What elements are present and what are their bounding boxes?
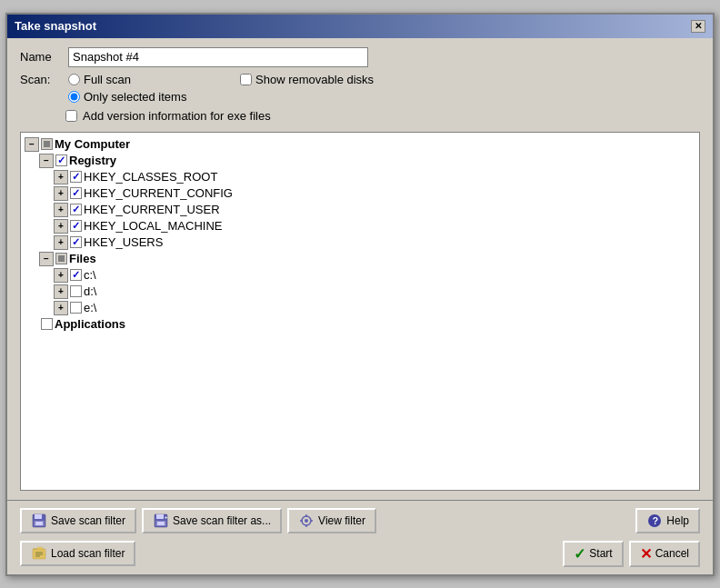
- check-registry[interactable]: [55, 154, 67, 166]
- dialog-title: Take snapshot: [15, 19, 96, 33]
- load-icon: [31, 545, 47, 562]
- name-label: Name: [20, 50, 61, 64]
- load-scan-filter-label: Load scan filter: [51, 547, 125, 560]
- check-hkey-config[interactable]: [70, 187, 82, 199]
- label-my-computer: My Computer: [55, 137, 130, 151]
- expand-hkey-users[interactable]: +: [54, 235, 68, 250]
- only-selected-row: Only selected items: [68, 90, 374, 104]
- full-scan-radio[interactable]: [68, 74, 80, 85]
- expand-d-drive[interactable]: +: [54, 284, 68, 299]
- tree-row-registry[interactable]: − Registry: [39, 153, 695, 169]
- svg-rect-3: [35, 522, 43, 525]
- expand-hkey-machine[interactable]: +: [54, 219, 68, 234]
- start-check-icon: ✓: [574, 545, 585, 563]
- dialog-body: Name Scan: Full scan Show removable disk…: [7, 38, 713, 500]
- tree-row-hkey-machine[interactable]: + HKEY_LOCAL_MACHINE: [54, 218, 695, 234]
- name-input[interactable]: [68, 47, 368, 67]
- label-registry: Registry: [69, 154, 116, 167]
- svg-rect-1: [35, 514, 42, 519]
- scan-label: Scan:: [20, 73, 61, 86]
- save-scan-filter-label: Save scan filter: [51, 514, 125, 527]
- check-hkey-classes[interactable]: [70, 171, 82, 183]
- check-hkey-machine[interactable]: [70, 220, 82, 232]
- label-hkey-user: HKEY_CURRENT_USER: [84, 203, 220, 216]
- expand-hkey-classes[interactable]: +: [54, 170, 68, 184]
- footer-left: Save scan filter + Save scan filter as..…: [20, 508, 376, 533]
- tree-row-files[interactable]: − Files: [39, 251, 695, 267]
- show-removable-label: Show removable disks: [255, 73, 374, 86]
- name-row: Name: [20, 47, 700, 67]
- tree-row-c-drive[interactable]: + c:\: [54, 267, 695, 284]
- save-scan-filter-button[interactable]: Save scan filter: [20, 508, 136, 533]
- check-files[interactable]: [55, 253, 67, 264]
- view-icon: [298, 513, 315, 529]
- expand-registry[interactable]: −: [39, 154, 54, 168]
- expand-my-computer[interactable]: −: [25, 137, 39, 152]
- add-version-label: Add version information for exe files: [83, 109, 271, 123]
- check-hkey-user[interactable]: [70, 204, 82, 215]
- check-my-computer[interactable]: [41, 138, 53, 150]
- footer-right-row2: ✓ Start ✕ Cancel: [563, 541, 700, 567]
- tree-row-applications[interactable]: Applications: [25, 316, 695, 333]
- label-c-drive: c:\: [84, 268, 96, 282]
- tree-panel: − My Computer − Registry + HKEY_CLASSES_…: [20, 132, 700, 491]
- expand-e-drive[interactable]: +: [54, 301, 68, 315]
- no-expand-applications: [25, 317, 39, 332]
- help-button[interactable]: ? Help: [635, 508, 700, 533]
- expand-hkey-config[interactable]: +: [54, 186, 68, 201]
- tree-row-hkey-user[interactable]: + HKEY_CURRENT_USER: [54, 202, 695, 218]
- cancel-label: Cancel: [655, 547, 689, 560]
- expand-hkey-user[interactable]: +: [54, 203, 68, 217]
- full-scan-row: Full scan: [68, 73, 131, 86]
- close-button[interactable]: ✕: [691, 20, 705, 33]
- tree-row-e-drive[interactable]: + e:\: [54, 300, 695, 316]
- check-e-drive[interactable]: [70, 302, 82, 314]
- svg-point-10: [305, 519, 308, 523]
- save-scan-filter-as-label: Save scan filter as...: [173, 514, 271, 527]
- add-version-row: Add version information for exe files: [65, 109, 700, 123]
- expand-c-drive[interactable]: +: [54, 268, 68, 283]
- show-removable-row: Show removable disks: [240, 73, 374, 86]
- expand-files[interactable]: −: [39, 252, 54, 266]
- only-selected-radio[interactable]: [68, 91, 80, 103]
- svg-marker-18: [33, 547, 44, 549]
- tree-row-hkey-classes[interactable]: + HKEY_CLASSES_ROOT: [54, 169, 695, 185]
- label-hkey-machine: HKEY_LOCAL_MACHINE: [84, 219, 222, 233]
- dialog: Take snapshot ✕ Name Scan: Full scan Sho…: [5, 13, 715, 576]
- label-d-drive: d:\: [84, 284, 96, 298]
- cancel-button[interactable]: ✕ Cancel: [629, 541, 700, 567]
- title-bar: Take snapshot ✕: [7, 15, 713, 38]
- load-scan-filter-button[interactable]: Load scan filter: [20, 541, 135, 566]
- footer-right: ? Help: [635, 508, 700, 533]
- tree-row-my-computer[interactable]: − My Computer: [25, 136, 695, 153]
- label-hkey-classes: HKEY_CLASSES_ROOT: [84, 170, 217, 184]
- footer-row2: Load scan filter ✓ Start ✕ Cancel: [7, 541, 713, 574]
- save-scan-filter-as-button[interactable]: + Save scan filter as...: [142, 508, 282, 533]
- label-applications: Applications: [55, 317, 125, 331]
- only-selected-label: Only selected items: [84, 90, 186, 104]
- save-icon: [31, 513, 47, 529]
- label-files: Files: [69, 252, 96, 265]
- check-c-drive[interactable]: [70, 269, 82, 281]
- tree-row-hkey-users[interactable]: + HKEY_USERS: [54, 234, 695, 251]
- check-applications[interactable]: [41, 318, 53, 330]
- check-hkey-users[interactable]: [70, 236, 82, 248]
- footer-left-row2: Load scan filter: [20, 541, 135, 566]
- label-e-drive: e:\: [84, 301, 96, 314]
- start-label: Start: [589, 547, 612, 560]
- start-button[interactable]: ✓ Start: [563, 541, 623, 567]
- svg-text:?: ?: [653, 515, 659, 526]
- view-filter-button[interactable]: View filter: [287, 508, 376, 533]
- save-as-icon: +: [153, 513, 169, 529]
- tree-row-hkey-config[interactable]: + HKEY_CURRENT_CONFIG: [54, 185, 695, 202]
- tree-container: − My Computer − Registry + HKEY_CLASSES_…: [25, 136, 695, 333]
- help-label: Help: [666, 514, 689, 527]
- scan-section: Scan: Full scan Show removable disks Onl…: [20, 73, 700, 104]
- full-scan-label: Full scan: [84, 73, 131, 86]
- label-hkey-users: HKEY_USERS: [84, 235, 163, 249]
- add-version-checkbox[interactable]: [65, 110, 77, 122]
- svg-text:+: +: [165, 514, 168, 520]
- show-removable-checkbox[interactable]: [240, 74, 252, 85]
- tree-row-d-drive[interactable]: + d:\: [54, 284, 695, 300]
- check-d-drive[interactable]: [70, 285, 82, 297]
